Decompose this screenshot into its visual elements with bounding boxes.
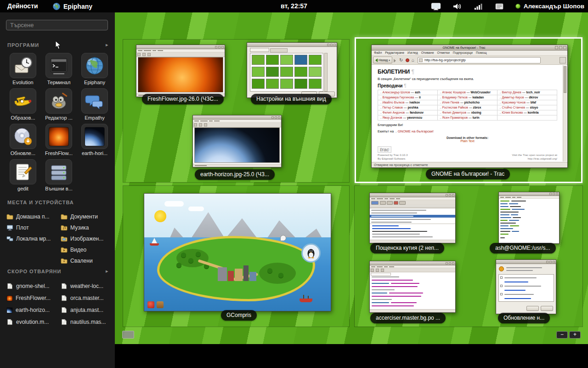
- thanks-line: Благодарим Ви!: [378, 123, 557, 127]
- workspace-2-active[interactable]: GNOME на български! - Trac Файл Редактир…: [355, 37, 582, 183]
- toolbar: [370, 200, 455, 206]
- workspace-indicator[interactable]: [122, 331, 134, 339]
- browser-menubar: Файл Редактиране Изглед Отиване Отметки …: [372, 51, 567, 56]
- app-item-terminal[interactable]: Терминал: [41, 53, 77, 88]
- home-folder-icon: [6, 213, 13, 220]
- activities-button[interactable]: Дейности: [3, 0, 43, 12]
- place-label: Свалени: [70, 258, 93, 264]
- window-accerciser-po[interactable]: [369, 261, 456, 313]
- sun: [154, 210, 166, 222]
- gcompris-menu-icon[interactable]: [147, 301, 154, 308]
- videos-folder-icon: [61, 247, 68, 253]
- window-buttons: [446, 262, 454, 264]
- app-label: Терминал: [41, 80, 77, 85]
- recent-item[interactable]: earth-horizo...: [6, 304, 60, 316]
- place-item-documents[interactable]: Документи: [61, 211, 114, 222]
- recent-item[interactable]: weather-loc...: [61, 280, 114, 292]
- recent-item[interactable]: evolution.m...: [6, 316, 60, 328]
- place-item-music[interactable]: Музика: [61, 222, 114, 233]
- display-icon[interactable]: [431, 2, 441, 11]
- place-item-downloads[interactable]: Свалени: [61, 255, 114, 266]
- username[interactable]: Александър Шопов: [524, 3, 584, 10]
- tux-badge[interactable]: [301, 243, 321, 263]
- status-area: Александър Шопов: [431, 0, 584, 12]
- app-label: Epiphany: [77, 80, 113, 85]
- scrollbar: [324, 53, 328, 92]
- titlebar: [136, 45, 225, 49]
- app-item-image-editor[interactable]: Редактор ...: [41, 88, 77, 124]
- flower-thumb-icon: [6, 295, 13, 301]
- window-terminal[interactable]: [498, 192, 560, 244]
- network-signal-icon[interactable]: [473, 2, 483, 11]
- recent-item[interactable]: gnome-shel...: [6, 280, 60, 292]
- window-label-update: Обновление н...: [498, 313, 550, 323]
- update-list: [498, 274, 554, 302]
- app-label: Образов...: [5, 115, 41, 121]
- app-item-empathy[interactable]: Empathy: [77, 88, 113, 124]
- browser-statusbar: Отваряне на прозореца с отметките: [372, 162, 567, 167]
- zoom-in-button[interactable]: +: [569, 331, 581, 339]
- app-item-updates[interactable]: Обновле...: [5, 124, 41, 159]
- window-buttons: [327, 44, 336, 46]
- forward-icon: [394, 59, 396, 63]
- titlebar: [370, 261, 455, 265]
- places-column-right: Документи Музика Изображен... Видео Свал…: [61, 211, 114, 266]
- trac-page-content: БЮЛЕТИНИ ¶ В секция „Бюлетини“ са период…: [372, 65, 563, 161]
- window-mailbox[interactable]: [369, 193, 456, 243]
- earth-image-icon: [85, 127, 105, 146]
- recent-item[interactable]: nautilus.mas...: [61, 316, 114, 328]
- focused-app-name: Epiphany: [63, 3, 92, 10]
- menu-go: Отиване: [421, 51, 434, 55]
- plain-text-link: Plain Text: [378, 139, 557, 143]
- place-item-network[interactable]: Локална мр...: [6, 233, 60, 244]
- top-bar: Дейности Epiphany вт, 22:57 Александър Ш…: [0, 0, 588, 12]
- window-freshflower[interactable]: [136, 45, 225, 97]
- recent-item[interactable]: FreshFlower...: [6, 292, 60, 304]
- clock[interactable]: вт, 22:57: [281, 0, 307, 12]
- volume-icon[interactable]: [452, 2, 462, 11]
- app-item-gedit[interactable]: gedit: [5, 159, 41, 195]
- window-earth-horizon[interactable]: [192, 115, 282, 167]
- translator-cell: →Юлия Волкова—konfeta: [498, 110, 557, 115]
- place-label: Видео: [70, 247, 86, 253]
- workspace-4[interactable]: Пощенска кутия (2 неп... ash@GNOME:/usr/…: [355, 186, 582, 327]
- flower-photo: [138, 57, 223, 92]
- place-item-desktop[interactable]: Плот: [6, 222, 60, 233]
- update-icon: [499, 266, 504, 271]
- window-buttons: [549, 193, 558, 195]
- window-gcompris[interactable]: [144, 193, 331, 311]
- place-item-home[interactable]: Домашна п...: [6, 211, 60, 222]
- window-appearance-settings[interactable]: [247, 42, 337, 98]
- app-item-education[interactable]: Образов...: [5, 88, 41, 124]
- window-update-manager[interactable]: [496, 259, 556, 314]
- workspace-1[interactable]: FreshFlower.jpg-26.0 (ЧЗС... Настройки н…: [123, 40, 349, 182]
- app-item-freshflower[interactable]: FreshFlow...: [41, 124, 77, 159]
- scrollbar: [563, 65, 567, 161]
- app-item-epiphany[interactable]: Epiphany: [77, 53, 113, 88]
- translator-cell: →Стойчо Станчев—stoyo: [498, 105, 557, 110]
- window-label-trac: GNOME на български! - Trac: [426, 169, 510, 179]
- search-input[interactable]: [6, 20, 108, 30]
- recent-item[interactable]: anjuta.mast...: [61, 304, 114, 316]
- recent-item[interactable]: orca.master...: [61, 292, 114, 304]
- input-source-icon[interactable]: [494, 2, 504, 11]
- place-label: Документи: [70, 213, 98, 220]
- zoom-out-button[interactable]: −: [556, 331, 568, 339]
- place-label: Локална мр...: [16, 236, 51, 242]
- menu-help: Помощ: [476, 51, 486, 55]
- recent-expander-icon[interactable]: ▸: [106, 268, 108, 274]
- back-button: Назад▾: [373, 57, 392, 63]
- window-trac-browser[interactable]: GNOME на български! - Trac Файл Редактир…: [371, 45, 568, 168]
- place-item-videos[interactable]: Видео: [61, 244, 114, 255]
- gcompris-box-icon[interactable]: [157, 301, 164, 308]
- place-item-pictures[interactable]: Изображен...: [61, 233, 114, 244]
- app-label: Външни в...: [41, 186, 77, 191]
- app-item-evolution[interactable]: Evolution: [5, 53, 41, 88]
- app-label: earth-hori...: [77, 150, 113, 156]
- app-item-external-drives[interactable]: Външни в...: [41, 159, 77, 195]
- programs-expander-icon[interactable]: ▸: [106, 42, 108, 48]
- app-item-earth-horizon[interactable]: earth-hori...: [77, 124, 113, 159]
- focused-app-indicator[interactable]: Epiphany: [52, 0, 92, 12]
- workspace-3[interactable]: GCompris: [123, 186, 349, 327]
- document-icon: [61, 319, 68, 325]
